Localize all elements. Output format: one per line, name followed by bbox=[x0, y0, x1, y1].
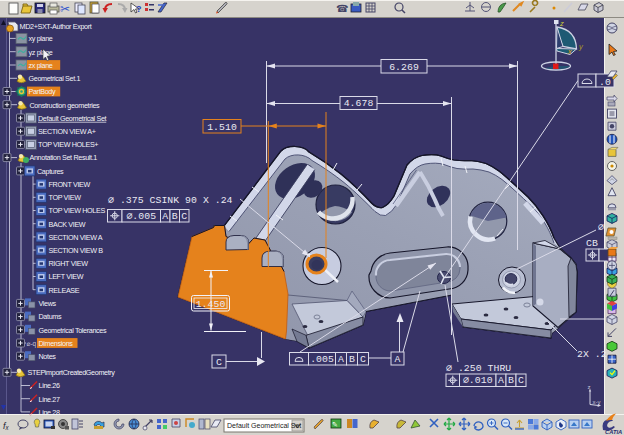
svg-text:TOP VIEW: TOP VIEW bbox=[49, 193, 82, 202]
svg-text:1.510: 1.510 bbox=[207, 122, 237, 133]
svg-text:2X .2: 2X .2 bbox=[577, 349, 607, 360]
svg-text:☎: ☎ bbox=[336, 3, 348, 14]
svg-text:.0: .0 bbox=[599, 77, 611, 88]
svg-text:zx plane: zx plane bbox=[29, 61, 53, 70]
svg-text:Line.26: Line.26 bbox=[39, 381, 60, 390]
svg-text:.005: .005 bbox=[310, 354, 334, 365]
svg-text:B: B bbox=[508, 375, 514, 386]
svg-text:Captures: Captures bbox=[37, 167, 64, 176]
svg-text:LEFT VIEW: LEFT VIEW bbox=[49, 272, 84, 281]
svg-text:SECTION VIEW A: SECTION VIEW A bbox=[49, 233, 103, 242]
svg-text:Geometrical Set.1: Geometrical Set.1 bbox=[29, 74, 81, 83]
svg-text:1.450: 1.450 bbox=[196, 299, 226, 310]
svg-text:C: C bbox=[518, 375, 524, 386]
svg-text:PartBody: PartBody bbox=[29, 87, 57, 96]
svg-text:C: C bbox=[216, 357, 222, 368]
svg-text:A: A bbox=[395, 354, 401, 365]
svg-text:z: z bbox=[559, 19, 564, 28]
svg-text:∅: ∅ bbox=[598, 222, 604, 233]
svg-text:TOP VIEW HOLES: TOP VIEW HOLES bbox=[49, 206, 106, 215]
svg-text:SECTION VIEW A+: SECTION VIEW A+ bbox=[38, 127, 96, 136]
svg-text:4.678: 4.678 bbox=[344, 98, 374, 109]
svg-text:✎: ✎ bbox=[332, 421, 338, 428]
svg-text:∅.010: ∅.010 bbox=[463, 375, 493, 386]
svg-text:B: B bbox=[172, 211, 178, 222]
svg-text:C: C bbox=[181, 211, 187, 222]
svg-text:MD2+SXT-Author Export: MD2+SXT-Author Export bbox=[20, 22, 92, 31]
svg-text:CB: CB bbox=[586, 238, 598, 249]
svg-text:FRONT VIEW: FRONT VIEW bbox=[49, 180, 91, 189]
svg-text:Construction geometries: Construction geometries bbox=[30, 101, 101, 110]
svg-text:Line.27: Line.27 bbox=[39, 395, 60, 404]
svg-text:CATIA: CATIA bbox=[605, 429, 622, 435]
svg-text:x-y: x-y bbox=[593, 399, 601, 405]
svg-text:B: B bbox=[349, 354, 355, 365]
svg-text:SECTION VIEW B: SECTION VIEW B bbox=[49, 246, 104, 255]
svg-text:✂: ✂ bbox=[60, 2, 70, 16]
svg-text:⌀-q: ⌀-q bbox=[27, 340, 37, 348]
svg-text:∅.005: ∅.005 bbox=[126, 211, 156, 222]
svg-text:A: A bbox=[162, 211, 168, 222]
svg-text:Dimensions: Dimensions bbox=[39, 339, 74, 348]
svg-text:STEPimportCreatedGeometry: STEPimportCreatedGeometry bbox=[28, 368, 116, 377]
svg-text:Default Geometrical Set: Default Geometrical Set bbox=[38, 114, 107, 123]
svg-text:Line.28: Line.28 bbox=[39, 408, 60, 417]
svg-text:z: z bbox=[588, 384, 591, 390]
svg-text:Geometrical Tolerances: Geometrical Tolerances bbox=[39, 326, 107, 335]
svg-text:C: C bbox=[360, 354, 366, 365]
svg-text:RIGHT VIEW: RIGHT VIEW bbox=[49, 259, 89, 268]
svg-text:xy plane: xy plane bbox=[29, 34, 53, 43]
svg-text:RELEASE: RELEASE bbox=[49, 286, 80, 295]
svg-text:A: A bbox=[338, 354, 344, 365]
svg-text:?: ? bbox=[136, 4, 142, 14]
svg-text:∅ .375 CSINK 90 X .24: ∅ .375 CSINK 90 X .24 bbox=[108, 195, 233, 206]
svg-text:Datums: Datums bbox=[39, 312, 62, 321]
svg-text:Notes: Notes bbox=[39, 352, 57, 361]
svg-text:fₓ: fₓ bbox=[3, 421, 10, 431]
svg-text:BACK VIEW: BACK VIEW bbox=[49, 220, 86, 229]
svg-text:6.269: 6.269 bbox=[389, 62, 419, 73]
svg-text:Annotation Set Result.1: Annotation Set Result.1 bbox=[30, 153, 98, 162]
svg-text:x: x bbox=[567, 47, 572, 56]
svg-text:Default Geometrical Set: Default Geometrical Set bbox=[227, 422, 301, 429]
svg-text:A: A bbox=[498, 375, 504, 386]
svg-text:TOP VIEW HOLES+: TOP VIEW HOLES+ bbox=[38, 140, 98, 149]
svg-text:Views: Views bbox=[39, 299, 57, 308]
svg-text:∅ .250 THRU: ∅ .250 THRU bbox=[446, 363, 511, 374]
